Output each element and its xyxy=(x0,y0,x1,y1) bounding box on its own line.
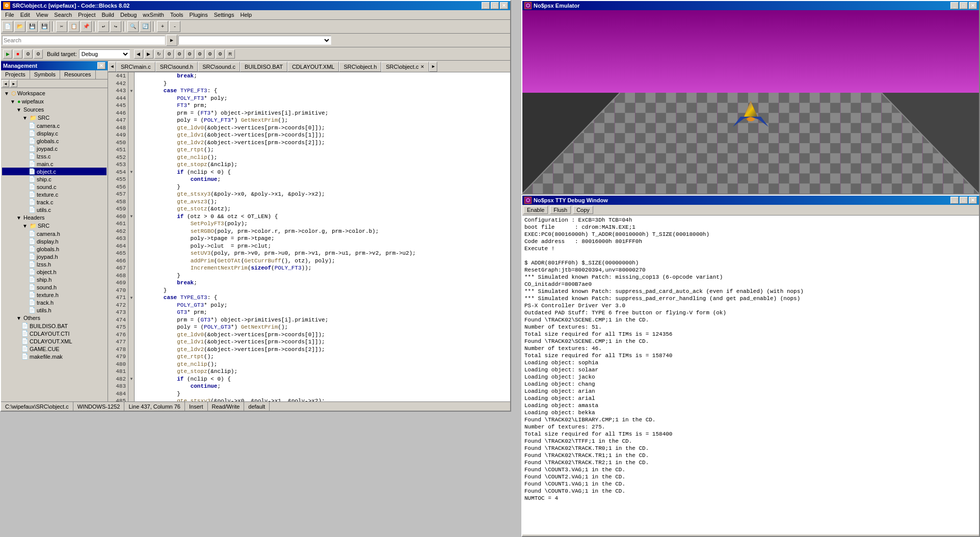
build-btn-4[interactable]: ⚙ xyxy=(34,49,43,59)
build-extra-9[interactable]: ⚙ xyxy=(216,49,225,59)
tree-display-h[interactable]: 📄 display.h xyxy=(2,237,107,245)
code-text[interactable]: break; } case TYPE_FT3: { POLY_FT3* poly… xyxy=(135,72,510,401)
tab-cdlayout-xml[interactable]: CDLAYOUT.XML xyxy=(287,62,339,72)
save-button[interactable]: 💾 xyxy=(27,21,38,32)
tree-object-c[interactable]: 📄 object.c xyxy=(2,168,107,175)
tree-camera-h[interactable]: 📄 camera.h xyxy=(2,230,107,237)
menu-search[interactable]: Search xyxy=(51,11,75,19)
tty-copy-button[interactable]: Copy xyxy=(573,206,593,214)
tab-symbols[interactable]: Symbols xyxy=(30,70,60,79)
copy-button[interactable]: 📋 xyxy=(68,21,80,32)
redo-button[interactable]: ↪ xyxy=(110,21,121,32)
emu-minimize[interactable]: _ xyxy=(950,2,959,9)
management-close-button[interactable]: ✕ xyxy=(97,62,105,69)
tab-resources[interactable]: Resources xyxy=(60,70,96,79)
menu-file[interactable]: File xyxy=(2,11,17,19)
tree-buildiso[interactable]: 📄 BUILDISO.BAT xyxy=(2,322,107,330)
tab-projects[interactable]: Projects xyxy=(1,70,30,79)
menu-project[interactable]: Project xyxy=(75,11,98,19)
build-extra-8[interactable]: ⚙ xyxy=(205,49,215,59)
find-button[interactable]: 🔍 xyxy=(127,21,139,32)
build-extra-5[interactable]: ⚙ xyxy=(175,49,184,59)
menu-build[interactable]: Build xyxy=(98,11,117,19)
build-extra-4[interactable]: ⚙ xyxy=(165,49,174,59)
tree-cdlayout-xml[interactable]: 📄 CDLAYOUT.XML xyxy=(2,337,107,345)
tree-texture-c[interactable]: 📄 texture.c xyxy=(2,191,107,198)
tab-object-h[interactable]: SRC\object.h xyxy=(339,62,381,72)
emu-maximize[interactable]: □ xyxy=(960,2,968,9)
tab-close-icon[interactable]: ✕ xyxy=(420,64,425,69)
nav-forward[interactable]: ▶ xyxy=(10,80,17,87)
minimize-button[interactable]: _ xyxy=(482,2,490,9)
search-input[interactable] xyxy=(2,36,165,45)
tree-joypad-h[interactable]: 📄 joypad.h xyxy=(2,253,107,260)
tree-main-c[interactable]: 📄 main.c xyxy=(2,160,107,168)
search-scope-combo[interactable] xyxy=(178,36,331,45)
build-play-button[interactable]: ▶ xyxy=(3,49,12,59)
tab-sound-h[interactable]: SRC\sound.h xyxy=(155,62,198,72)
build-extra-6[interactable]: ⚙ xyxy=(185,49,194,59)
nav-back[interactable]: ◀ xyxy=(2,80,9,87)
tree-display-c[interactable]: 📄 display.c xyxy=(2,129,107,137)
tree-ship-c[interactable]: 📄 ship.c xyxy=(2,175,107,183)
build-extra-3[interactable]: ↻ xyxy=(154,49,164,59)
tree-src-headers[interactable]: ▼ 📁 SRC xyxy=(2,222,107,230)
tree-camera-c[interactable]: 📄 camera.c xyxy=(2,122,107,129)
build-extra-10[interactable]: R xyxy=(226,49,235,59)
menu-edit[interactable]: Edit xyxy=(17,11,33,19)
tty-minimize[interactable]: _ xyxy=(950,197,959,204)
tree-headers[interactable]: ▼ Headers xyxy=(2,213,107,222)
menu-wxsmith[interactable]: wxSmith xyxy=(140,11,167,19)
tree-object-h[interactable]: 📄 object.h xyxy=(2,268,107,276)
tab-object-c[interactable]: SRC\object.c ✕ xyxy=(381,62,429,72)
fold-marker[interactable]: ▼ xyxy=(128,213,135,221)
undo-button[interactable]: ↩ xyxy=(98,21,109,32)
tty-close[interactable]: ✕ xyxy=(969,197,977,204)
tree-lzss-c[interactable]: 📄 lzss.c xyxy=(2,152,107,160)
tree-joypad-c[interactable]: 📄 joypad.c xyxy=(2,145,107,152)
tree-wipefaux[interactable]: ▼ ● wipefaux xyxy=(2,97,107,105)
menu-settings[interactable]: Settings xyxy=(211,11,237,19)
tab-scroll-right[interactable]: ▶ xyxy=(429,62,437,72)
tree-utils-c[interactable]: 📄 utils.c xyxy=(2,206,107,213)
tree-track-c[interactable]: 📄 track.c xyxy=(2,198,107,206)
fold-marker[interactable]: ▼ xyxy=(128,375,135,383)
tree-globals-h[interactable]: 📄 globals.h xyxy=(2,245,107,253)
menu-tools[interactable]: Tools xyxy=(167,11,187,19)
tab-buildiso[interactable]: BUILDISO.BAT xyxy=(240,62,287,72)
tree-cdlayout-cti[interactable]: 📄 CDLAYOUT.CTI xyxy=(2,330,107,337)
tree-texture-h[interactable]: 📄 texture.h xyxy=(2,291,107,299)
tree-others[interactable]: ▼ Others xyxy=(2,314,107,322)
zoom-in-button[interactable]: + xyxy=(157,21,168,32)
build-extra-7[interactable]: ⚙ xyxy=(195,49,204,59)
tree-track-h[interactable]: 📄 track.h xyxy=(2,299,107,306)
new-button[interactable]: 📄 xyxy=(2,21,13,32)
fold-marker[interactable]: ▼ xyxy=(128,169,135,176)
search-submit-button[interactable]: ▶ xyxy=(166,35,177,46)
menu-help[interactable]: Help xyxy=(237,11,255,19)
maximize-button[interactable]: □ xyxy=(491,2,499,9)
fold-marker[interactable]: ▼ xyxy=(128,87,135,95)
tty-enable-button[interactable]: Enable xyxy=(523,206,548,214)
tty-flush-button[interactable]: Flush xyxy=(550,206,571,214)
tree-sources[interactable]: ▼ Sources xyxy=(2,105,107,114)
menu-view[interactable]: View xyxy=(33,11,51,19)
tree-sound-h[interactable]: 📄 sound.h xyxy=(2,283,107,291)
save-all-button[interactable]: 💾 xyxy=(39,21,50,32)
build-stop-button[interactable]: ■ xyxy=(13,49,22,59)
build-extra-1[interactable]: ◀ xyxy=(134,49,143,59)
open-button[interactable]: 📂 xyxy=(14,21,25,32)
tree-sound-c[interactable]: 📄 sound.c xyxy=(2,183,107,191)
build-btn-3[interactable]: ⚙ xyxy=(23,49,33,59)
tree-ship-h[interactable]: 📄 ship.h xyxy=(2,276,107,283)
menu-debug[interactable]: Debug xyxy=(117,11,140,19)
tree-src-sources[interactable]: ▼ 📁 SRC xyxy=(2,114,107,122)
code-editor[interactable]: 441 442 443 444 445 446 447 448 449 450 … xyxy=(108,72,510,401)
tab-main-c[interactable]: SRC\main.c xyxy=(116,62,155,72)
tab-sound-c[interactable]: SRC\sound.c xyxy=(198,62,240,72)
tree-globals-c[interactable]: 📄 globals.c xyxy=(2,137,107,145)
paste-button[interactable]: 📌 xyxy=(81,21,92,32)
tty-maximize[interactable]: □ xyxy=(960,197,968,204)
tree-workspace[interactable]: ▼ ⬡ Workspace xyxy=(2,89,107,97)
emu-close[interactable]: ✕ xyxy=(969,2,977,9)
